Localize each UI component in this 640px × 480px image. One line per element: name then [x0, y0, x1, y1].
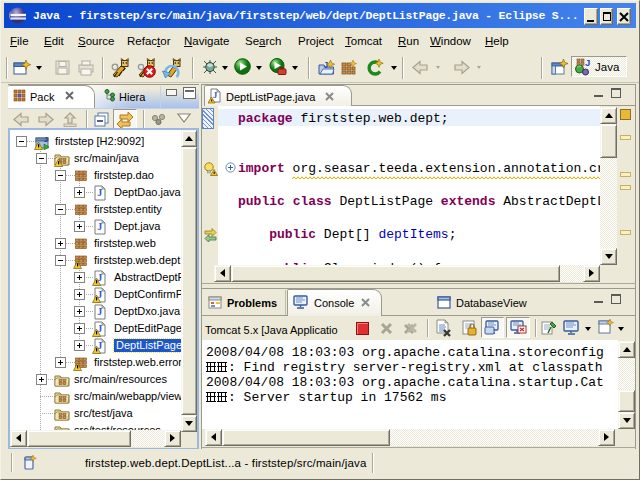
svg-text:J: J [44, 136, 48, 143]
svg-text:J: J [585, 57, 590, 68]
svg-text:J: J [97, 187, 102, 198]
svg-text:J: J [97, 306, 102, 317]
svg-text:J: J [97, 221, 102, 232]
